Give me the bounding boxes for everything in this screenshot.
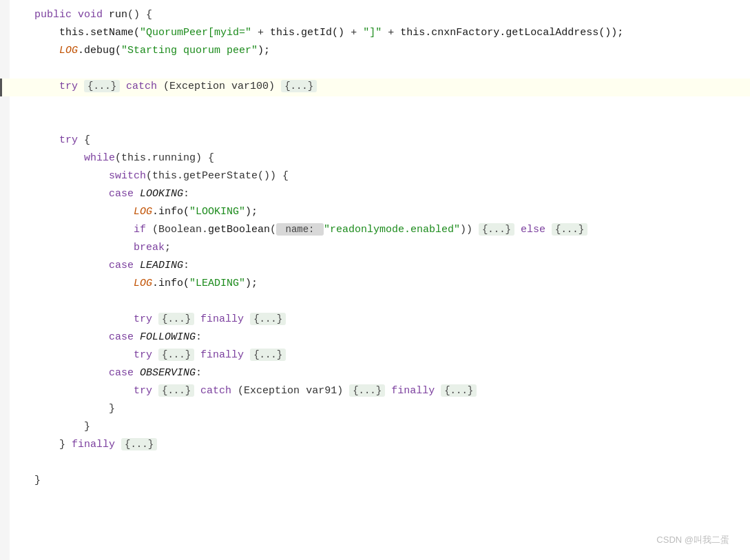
- line-content-1: public void run() {: [32, 7, 163, 25]
- line-content-20: try {...} finally {...}: [32, 347, 297, 365]
- line-content-11: case LOOKING:: [32, 186, 200, 204]
- code-line-27: }: [0, 473, 750, 490]
- code-line-10: switch(this.getPeerState()) {: [0, 168, 750, 186]
- code-line-21: case OBSERVING:: [0, 365, 750, 383]
- watermark: CSDN @叫我二蛋: [656, 533, 729, 548]
- code-container: public void run() { this.setName("Quorum…: [0, 0, 750, 560]
- code-line-23: }: [0, 401, 750, 419]
- code-line-13: if (Boolean.getBoolean( name: "readonlym…: [0, 222, 750, 240]
- line-content-8: try {: [32, 132, 101, 150]
- code-line-19: case FOLLOWING:: [0, 329, 750, 347]
- code-line-blank1: [0, 61, 750, 79]
- code-line-9: while(this.running) {: [0, 150, 750, 168]
- line-content-25: } finally {...}: [32, 437, 168, 455]
- code-line-3: LOG.debug("Starting quorum peer");: [0, 43, 750, 61]
- code-line-8: try {: [0, 132, 750, 150]
- code-line-blank3: [0, 114, 750, 132]
- line-content-blank1: [32, 61, 52, 79]
- code-line-15: case LEADING:: [0, 258, 750, 276]
- code-line-24: }: [0, 419, 750, 437]
- code-line-1: public void run() {: [0, 7, 750, 25]
- code-line-blank4: [0, 293, 750, 311]
- code-line-25: } finally {...}: [0, 437, 750, 455]
- code-line-12: LOG.info("LOOKING");: [0, 204, 750, 222]
- line-content-15: case LEADING:: [32, 258, 200, 276]
- line-content-3: LOG.debug("Starting quorum peer");: [32, 43, 281, 61]
- code-line-14: break;: [0, 240, 750, 258]
- line-content-23: }: [32, 401, 126, 419]
- code-line-blank5: [0, 455, 750, 473]
- code-line-18: try {...} finally {...}: [0, 311, 750, 329]
- code-line-22: try {...} catch (Exception var91) {...} …: [0, 383, 750, 401]
- line-content-21: case OBSERVING:: [32, 365, 213, 383]
- line-content-18: try {...} finally {...}: [32, 311, 297, 329]
- line-content-5: try {...} catch (Exception var100) {...}: [32, 79, 328, 96]
- line-content-22: try {...} catch (Exception var91) {...} …: [32, 383, 488, 401]
- line-content-13: if (Boolean.getBoolean( name: "readonlym…: [32, 222, 598, 240]
- line-content-12: LOG.info("LOOKING");: [32, 204, 269, 222]
- code-line-blank2: [0, 96, 750, 114]
- line-content-10: switch(this.getPeerState()) {: [32, 168, 300, 186]
- code-line-20: try {...} finally {...}: [0, 347, 750, 365]
- line-content-24: }: [32, 419, 101, 437]
- line-content-14: break;: [32, 240, 182, 258]
- code-line-16: LOG.info("LEADING");: [0, 276, 750, 293]
- code-line-11: case LOOKING:: [0, 186, 750, 204]
- line-content-9: while(this.running) {: [32, 150, 225, 168]
- code-line-5: try {...} catch (Exception var100) {...}: [0, 79, 750, 96]
- code-line-2: this.setName("QuorumPeer[myid=" + this.g…: [0, 25, 750, 43]
- line-content-19: case FOLLOWING:: [32, 329, 213, 347]
- line-content-2: this.setName("QuorumPeer[myid=" + this.g…: [32, 25, 634, 43]
- line-content-27: }: [32, 473, 52, 490]
- line-content-16: LOG.info("LEADING");: [32, 276, 269, 293]
